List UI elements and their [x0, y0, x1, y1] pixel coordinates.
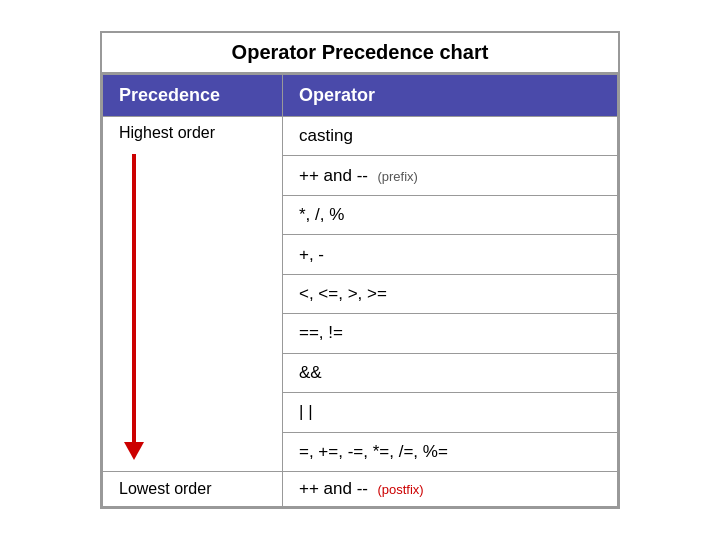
operator-multiply: *, /, % — [283, 195, 618, 234]
precedence-chart: Operator Precedence chart Precedence Ope… — [100, 31, 620, 509]
operator-comparison: <, <=, >, >= — [283, 274, 618, 313]
precedence-arrow-cell: Highest order — [103, 117, 283, 472]
operator-or: | | — [283, 393, 618, 432]
prefix-label: (prefix) — [377, 169, 417, 184]
operator-add: +, - — [283, 235, 618, 274]
operator-postfix-increment: ++ and -- (postfix) — [283, 472, 618, 507]
table-row: Highest order casting — [103, 117, 618, 156]
postfix-label: (postfix) — [377, 482, 423, 497]
operator-equality: ==, != — [283, 314, 618, 353]
chart-table: Precedence Operator Highest order castin… — [102, 74, 618, 507]
header-operator: Operator — [283, 75, 618, 117]
chart-title: Operator Precedence chart — [102, 33, 618, 74]
operator-casting: casting — [283, 117, 618, 156]
operator-and: && — [283, 353, 618, 392]
table-row-lowest: Lowest order ++ and -- (postfix) — [103, 472, 618, 507]
highest-order-label: Highest order — [119, 124, 266, 150]
table-header-row: Precedence Operator — [103, 75, 618, 117]
header-precedence: Precedence — [103, 75, 283, 117]
operator-prefix-increment: ++ and -- (prefix) — [283, 156, 618, 195]
operator-assignment: =, +=, -=, *=, /=, %= — [283, 432, 618, 472]
lowest-order-label: Lowest order — [103, 472, 283, 507]
